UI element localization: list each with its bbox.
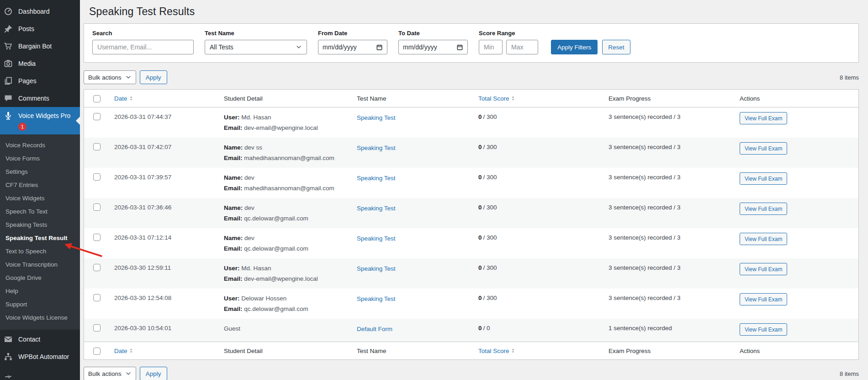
row-checkbox[interactable] [93,294,101,301]
sidebar-submenu-item[interactable]: Voice Transcription [0,258,80,271]
row-student-detail: User: Md. Hasan Email: dev-email@wpengin… [224,263,357,284]
row-checkbox[interactable] [93,143,101,150]
test-name-filter-group: Test Name All Tests [205,30,307,54]
view-full-exam-button[interactable]: View Full Exam [740,142,787,155]
sidebar-item-partial[interactable] [0,365,80,380]
to-date-input[interactable]: mm/dd/yyyy [398,40,468,54]
view-full-exam-button[interactable]: View Full Exam [740,112,787,124]
sort-by-date[interactable]: Date ▲▼ [114,348,132,354]
test-name-link[interactable]: Speaking Test [357,114,396,121]
calendar-icon[interactable] [456,44,463,51]
test-name-link[interactable]: Speaking Test [357,235,396,242]
sort-by-date[interactable]: Date ▲▼ [114,95,132,102]
results-table: Date ▲▼ Student Detail Test Name Total S… [84,89,859,360]
test-name-select[interactable]: All Tests [205,40,307,54]
sidebar-submenu-item[interactable]: Voice Forms [0,152,80,165]
search-label: Search [92,30,194,37]
calendar-icon[interactable] [376,44,383,51]
student-name-line: User: Md. Hasan [224,112,357,123]
student-email: dev-email@wpengine.local [244,275,318,282]
student-name-label: User: [224,295,240,302]
score-min-input[interactable] [479,40,503,54]
view-full-exam-button[interactable]: View Full Exam [740,172,787,185]
row-test-name: Speaking Test [357,293,478,303]
row-checkbox[interactable] [93,173,101,181]
reset-button[interactable]: Reset [602,40,630,54]
score-max-input[interactable] [506,40,538,54]
sort-by-total-score[interactable]: Total Score ▲▼ [478,348,514,354]
sidebar-item[interactable]: Pages [0,72,80,90]
student-name: dev [244,235,254,241]
sidebar-submenu-item[interactable]: Text to Speech [0,245,80,258]
view-full-exam-button[interactable]: View Full Exam [740,293,787,305]
view-full-exam-button[interactable]: View Full Exam [740,323,787,336]
chevron-down-icon [296,44,302,50]
sidebar-item-voice-widgets-pro[interactable]: Voice Widgets Pro 1 [0,107,80,134]
view-full-exam-button[interactable]: View Full Exam [740,203,787,215]
row-checkbox[interactable] [93,203,101,211]
sidebar-submenu-item[interactable]: Settings [0,165,80,178]
test-name-link[interactable]: Speaking Test [357,295,396,302]
row-checkbox[interactable] [93,264,101,271]
sidebar-item-label: Posts [18,25,34,32]
student-email: mahedihasannoman@gmail.com [244,155,334,161]
test-name-link[interactable]: Speaking Test [357,205,396,212]
bulk-actions-select[interactable]: Bulk actions [84,70,136,84]
sidebar-item[interactable]: Dashboard [0,3,80,20]
view-full-exam-button[interactable]: View Full Exam [740,233,787,245]
student-name-line: Guest [224,323,357,334]
apply-filters-button[interactable]: Apply Filters [551,40,598,54]
test-name-link[interactable]: Speaking Test [357,145,396,151]
sidebar-submenu-item[interactable]: Speech To Text [0,205,80,218]
sidebar-submenu-item[interactable]: Speaking Test Result [0,231,80,245]
sidebar-submenu-item[interactable]: Support [0,298,80,311]
sidebar-submenu-item[interactable]: Voice Widgets License [0,311,80,324]
sidebar-submenu-item[interactable]: Google Drive [0,271,80,284]
row-exam-progress: 3 sentence(s) recorded / 3 [609,233,740,241]
row-student-detail: Name: dev Email: qc.delowar@gmail.com [224,233,357,254]
student-name-label: Name: [224,144,243,151]
sidebar-submenu-item[interactable]: Help [0,284,80,298]
row-checkbox[interactable] [93,324,101,332]
column-header-actions: Actions [740,95,858,102]
sidebar-item-label: Contact [18,336,40,343]
row-date: 2026-03-31 07:12:14 [114,233,224,241]
test-name-link[interactable]: Speaking Test [357,265,396,272]
sidebar-item[interactable]: WPBot Automator [0,348,80,365]
bulk-apply-button[interactable]: Apply [140,70,167,84]
table-footer-row: Date ▲▼ Student Detail Test Name Total S… [84,342,858,359]
bulk-actions-select[interactable]: Bulk actions [84,367,136,380]
bulk-apply-button[interactable]: Apply [140,367,167,380]
test-name-link[interactable]: Speaking Test [357,175,396,182]
student-email: dev-email@wpengine.local [244,124,318,131]
search-input[interactable] [92,40,194,54]
sidebar-item[interactable]: Bargain Bot [0,37,80,55]
filter-panel: Search Test Name All Tests From Date mm/… [84,23,859,63]
row-total-score: 0/ 300 [478,203,609,211]
student-name: Md. Hasan [241,114,271,121]
sidebar-submenu-item[interactable]: Speaking Tests [0,218,80,231]
select-all-checkbox[interactable] [93,348,101,355]
sidebar-submenu-item[interactable]: CF7 Entries [0,178,80,192]
cart-icon [4,42,13,51]
select-all-checkbox[interactable] [93,95,101,102]
test-name-link[interactable]: Default Form [357,326,392,332]
sidebar-submenu-label: Text to Speech [5,248,46,255]
sidebar-item[interactable]: Comments [0,90,80,107]
from-date-input[interactable]: mm/dd/yyyy [318,40,387,54]
row-checkbox[interactable] [93,113,101,120]
sidebar-submenu-item[interactable]: Voice Records [0,139,80,152]
sidebar-item[interactable]: Contact [0,331,80,348]
student-name: Guest [224,325,240,332]
sort-by-total-score[interactable]: Total Score ▲▼ [478,95,514,102]
student-name: dev [244,174,254,181]
view-full-exam-button[interactable]: View Full Exam [740,263,787,275]
from-date-filter-group: From Date mm/dd/yyyy [318,30,387,54]
row-checkbox[interactable] [93,234,101,241]
sidebar-menu: Dashboard Posts Bargain Bot Media Pages [0,0,80,107]
sidebar-submenu-item[interactable]: Voice Widgets [0,192,80,205]
sort-arrows-icon: ▲▼ [130,348,133,353]
sidebar-item[interactable]: Posts [0,20,80,37]
student-email: qc.delowar@gmail.com [244,245,308,252]
sidebar-item[interactable]: Media [0,55,80,72]
